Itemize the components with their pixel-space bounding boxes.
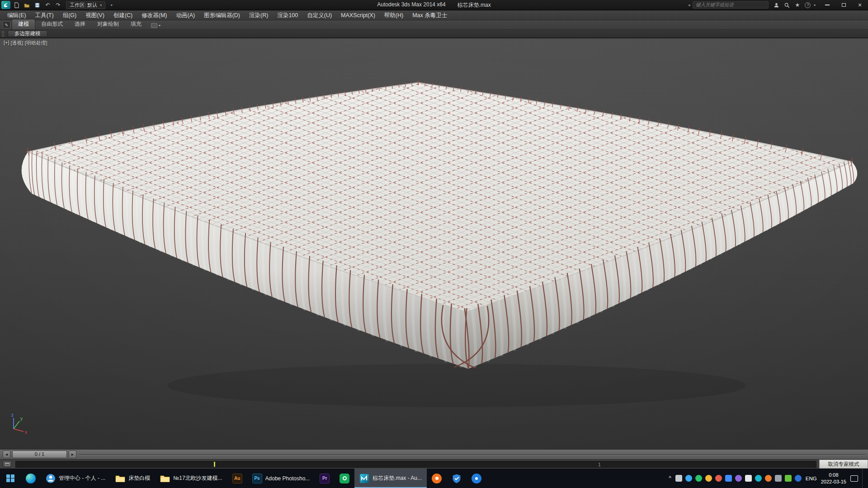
redo-icon[interactable]: ↷ bbox=[54, 1, 62, 9]
start-button[interactable] bbox=[0, 469, 21, 488]
tray-icon-set bbox=[675, 475, 802, 482]
infocenter-icons: ★ ? ▾ bbox=[772, 1, 816, 9]
maximize-button[interactable] bbox=[835, 0, 852, 10]
tray-icon[interactable] bbox=[785, 475, 792, 482]
chevron-down-icon: ▾ bbox=[100, 3, 102, 7]
help-chevron-icon[interactable]: ▾ bbox=[814, 3, 816, 7]
undo-icon[interactable]: ↶ bbox=[43, 1, 52, 9]
blue-app-icon bbox=[472, 474, 481, 483]
ribbon-grip[interactable] bbox=[2, 31, 4, 37]
viewport-menu-pov[interactable]: [透视] bbox=[11, 40, 24, 47]
app-title: Autodesk 3ds Max 2014 x64 bbox=[377, 1, 445, 9]
time-slider-handle[interactable]: 0 / 1 bbox=[12, 450, 67, 458]
menu-customize[interactable]: 自定义(U) bbox=[302, 10, 336, 20]
search-expand-icon[interactable]: ▸ bbox=[687, 3, 693, 7]
menu-rendering[interactable]: 渲染(R) bbox=[245, 10, 273, 20]
viewport-menu-general[interactable]: [+] bbox=[4, 40, 9, 47]
tab-modeling[interactable]: 建模 bbox=[12, 19, 35, 29]
taskbar-item-admin-center[interactable]: 管理中心 - 个人 - ... bbox=[41, 469, 110, 488]
close-button[interactable]: × bbox=[852, 0, 868, 10]
new-file-icon[interactable] bbox=[12, 1, 21, 9]
3dsmax-icon bbox=[359, 474, 369, 483]
taskbar-item-green-app[interactable] bbox=[335, 469, 354, 488]
taskbar-item-photoshop[interactable]: Ps Adobe Photosho... bbox=[247, 469, 315, 488]
menu-modifiers[interactable]: 修改器(M) bbox=[137, 10, 171, 20]
search-input[interactable]: 键入关键字或短语 bbox=[693, 1, 769, 9]
taskbar-item-label: Adobe Photosho... bbox=[265, 475, 310, 482]
clock-time: 0:08 bbox=[829, 472, 838, 478]
tab-object-paint[interactable]: 对象绘制 bbox=[91, 19, 125, 29]
ribbon-tabs: ✎ 建模 自由形式 选择 对象绘制 填充 ▾ bbox=[0, 20, 868, 30]
tab-freeform[interactable]: 自由形式 bbox=[35, 19, 69, 29]
tray-icon[interactable] bbox=[735, 475, 742, 482]
help-icon[interactable]: ? bbox=[803, 1, 812, 9]
track-bar-key-marker[interactable] bbox=[214, 462, 215, 467]
ribbon-tool-icon[interactable]: ✎ bbox=[3, 21, 10, 28]
ribbon-minimize-icon[interactable]: ▾ bbox=[151, 23, 160, 28]
menu-tools[interactable]: 工具(T) bbox=[31, 10, 58, 20]
titlebar: ↶ ↷ 工作区: 默认 ▾ ▾ Autodesk 3ds Max 2014 x6… bbox=[0, 0, 868, 10]
taskbar-item-blue-app[interactable] bbox=[467, 469, 486, 488]
tray-icon[interactable] bbox=[705, 475, 712, 482]
menu-views[interactable]: 视图(V) bbox=[81, 10, 109, 20]
tray-icon[interactable] bbox=[685, 475, 692, 482]
cancel-expert-mode-button[interactable]: 取消专家模式 bbox=[819, 460, 868, 469]
mini-curve-editor-button[interactable] bbox=[3, 461, 12, 468]
polygon-modeling-panel-button[interactable]: 多边形建模 bbox=[8, 30, 47, 37]
tab-selection[interactable]: 选择 bbox=[69, 19, 91, 29]
track-bar-tick-label: 1 bbox=[598, 462, 601, 467]
taskbar-item-orange-app[interactable] bbox=[427, 469, 447, 488]
language-indicator[interactable]: ENG bbox=[806, 476, 817, 481]
taskbar-item-premiere[interactable]: Pr bbox=[315, 469, 335, 488]
tray-icon[interactable] bbox=[675, 475, 682, 482]
app-logo-icon[interactable] bbox=[1, 1, 10, 9]
edge-icon bbox=[26, 474, 36, 483]
tray-icon[interactable] bbox=[745, 475, 752, 482]
viewport-scene: xyz bbox=[0, 38, 868, 449]
track-bar[interactable]: 1 bbox=[15, 461, 816, 468]
action-center-icon[interactable] bbox=[850, 475, 858, 482]
sign-in-icon[interactable] bbox=[772, 1, 781, 9]
tray-icon[interactable] bbox=[695, 475, 702, 482]
menu-create[interactable]: 创建(C) bbox=[109, 10, 137, 20]
tray-icon[interactable] bbox=[775, 475, 782, 482]
taskbar-item-folder-mattress[interactable]: 床垫白模 bbox=[110, 469, 155, 488]
menu-group[interactable]: 组(G) bbox=[58, 10, 81, 20]
open-file-icon[interactable] bbox=[23, 1, 31, 9]
menu-help[interactable]: 帮助(H) bbox=[380, 10, 408, 20]
tray-icon[interactable] bbox=[755, 475, 762, 482]
clock[interactable]: 0:08 2022-03-15 bbox=[821, 472, 846, 485]
menu-animation[interactable]: 动画(A) bbox=[171, 10, 199, 20]
tray-icon[interactable] bbox=[725, 475, 732, 482]
save-icon[interactable] bbox=[33, 1, 42, 9]
menu-graph-editors[interactable]: 图形编辑器(D) bbox=[199, 10, 245, 20]
taskbar-item-edge[interactable] bbox=[21, 469, 41, 488]
menu-antivirus[interactable]: Max 杀毒卫士 bbox=[408, 10, 452, 20]
favorites-star-icon[interactable]: ★ bbox=[793, 1, 802, 9]
tray-icon[interactable] bbox=[765, 475, 772, 482]
workspace-more-icon[interactable]: ▾ bbox=[107, 1, 116, 9]
next-frame-button[interactable]: ▶ bbox=[69, 450, 76, 458]
tray-expand-icon[interactable]: ^ bbox=[669, 475, 671, 481]
tray-icon[interactable] bbox=[795, 475, 802, 482]
taskbar-item-3dsmax-active[interactable]: 棕芯床垫.max - Au... bbox=[354, 469, 427, 488]
taskbar-item-shield-app[interactable] bbox=[447, 469, 467, 488]
window-controls: × bbox=[819, 0, 868, 10]
viewport[interactable]: xyz [+] [透视] [明暗处理] bbox=[0, 38, 868, 449]
tray-icon[interactable] bbox=[715, 475, 722, 482]
viewport-menu-shading[interactable]: [明暗处理] bbox=[25, 40, 47, 47]
time-slider-track[interactable] bbox=[79, 454, 865, 455]
show-desktop-button[interactable] bbox=[862, 469, 864, 488]
time-slider-row: ◀ 0 / 1 ▶ bbox=[0, 449, 868, 459]
search-icon[interactable] bbox=[783, 1, 792, 9]
menu-render100[interactable]: 渲染100 bbox=[273, 10, 302, 20]
minimize-button[interactable] bbox=[819, 0, 835, 10]
previous-frame-button[interactable]: ◀ bbox=[3, 450, 10, 458]
person-icon bbox=[46, 474, 56, 483]
taskbar-item-audition[interactable]: Au bbox=[227, 469, 247, 488]
menu-maxscript[interactable]: MAXScript(X) bbox=[336, 10, 380, 20]
tab-populate[interactable]: 填充 bbox=[125, 19, 147, 29]
taskbar-item-folder-sofa[interactable]: №17北欧沙发建模... bbox=[155, 469, 227, 488]
workspace-dropdown[interactable]: 工作区: 默认 ▾ bbox=[66, 1, 105, 9]
folder-icon bbox=[160, 474, 170, 483]
